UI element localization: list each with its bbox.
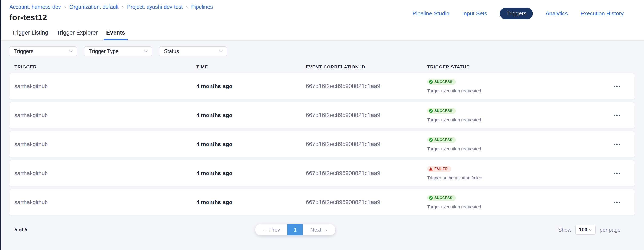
status-filter-label: Status (164, 48, 179, 54)
status-badge-label: FAILED (434, 167, 448, 171)
check-circle-icon (429, 138, 433, 142)
nav-execution-history[interactable]: Execution History (580, 10, 624, 17)
nav-triggers[interactable]: Triggers (500, 8, 532, 19)
trigger-status-cell: SUCCESS Target execution requested (427, 108, 604, 122)
column-header-trigger-status: TRIGGER STATUS (427, 64, 604, 70)
row-actions-button[interactable] (604, 132, 630, 157)
event-row[interactable]: sarthakgithub 4 months ago 667d16f2ec895… (9, 160, 635, 186)
trigger-tabs: Trigger Listing Trigger Explorer Events (0, 25, 644, 41)
status-badge-label: SUCCESS (434, 80, 452, 84)
filter-bar: Triggers Trigger Type Status (9, 46, 635, 56)
column-header-correlation-id: EVENT CORRELATION ID (306, 64, 427, 70)
nav-input-sets[interactable]: Input Sets (462, 10, 487, 17)
trigger-type-filter-label: Trigger Type (89, 48, 118, 54)
status-badge-label: SUCCESS (434, 196, 452, 200)
status-detail: Trigger authentication failed (427, 175, 482, 180)
trigger-status-cell: FAILED Trigger authentication failed (427, 166, 604, 180)
warning-triangle-icon (429, 167, 433, 171)
breadcrumb-project-link[interactable]: Project: ayushi-dev-test (127, 4, 183, 10)
event-time: 4 months ago (196, 141, 306, 148)
table-header-row: TRIGGER TIME EVENT CORRELATION ID TRIGGE… (9, 64, 635, 70)
page-size-value: 100 (579, 227, 587, 233)
pagination-summary: 5 of 5 (14, 227, 27, 233)
event-row[interactable]: sarthakgithub 4 months ago 667d16f2ec895… (9, 132, 635, 157)
status-badge: SUCCESS (427, 79, 456, 85)
prev-page-button[interactable]: ← Prev (255, 224, 287, 235)
show-label: Show (558, 227, 572, 233)
tab-events[interactable]: Events (104, 25, 128, 40)
row-actions-button[interactable] (604, 73, 630, 99)
status-filter-select[interactable]: Status (159, 46, 227, 56)
status-detail: Target execution requested (427, 146, 481, 152)
trigger-status-cell: SUCCESS Target execution requested (427, 195, 604, 209)
chevron-down-icon (589, 227, 593, 231)
chevron-right-icon: › (64, 4, 66, 10)
row-actions-button[interactable] (604, 189, 630, 215)
trigger-name: sarthakgithub (14, 83, 196, 90)
row-actions-button[interactable] (604, 102, 630, 128)
trigger-status-cell: SUCCESS Target execution requested (427, 79, 604, 93)
column-header-time: TIME (196, 64, 306, 70)
event-time: 4 months ago (196, 83, 306, 90)
row-actions-button[interactable] (604, 160, 630, 186)
column-header-trigger: TRIGGER (14, 64, 196, 70)
status-badge-label: SUCCESS (434, 138, 452, 142)
pagination-controls: ← Prev 1 Next → (255, 224, 336, 235)
status-badge: FAILED (427, 166, 451, 172)
status-badge: SUCCESS (427, 108, 456, 114)
event-correlation-id: 667d16f2ec895908821c1aa9 (306, 112, 427, 118)
event-time: 4 months ago (196, 112, 306, 118)
trigger-name: sarthakgithub (14, 170, 196, 177)
event-row[interactable]: sarthakgithub 4 months ago 667d16f2ec895… (9, 102, 635, 128)
side-nav-edge (0, 0, 1, 250)
pipeline-top-nav: Pipeline Studio Input Sets Triggers Anal… (412, 8, 624, 19)
chevron-right-icon: › (122, 4, 124, 10)
check-circle-icon (429, 196, 433, 200)
trigger-name: sarthakgithub (14, 199, 196, 206)
pagination-bar: 5 of 5 ← Prev 1 Next → Show 100 per page (9, 224, 635, 235)
event-correlation-id: 667d16f2ec895908821c1aa9 (306, 170, 427, 177)
page-size-group: Show 100 per page (558, 225, 635, 235)
event-row[interactable]: sarthakgithub 4 months ago 667d16f2ec895… (9, 189, 635, 215)
status-detail: Target execution requested (427, 204, 481, 209)
breadcrumb-pipelines-link[interactable]: Pipelines (191, 4, 213, 10)
status-badge-label: SUCCESS (434, 109, 452, 113)
trigger-status-cell: SUCCESS Target execution requested (427, 137, 604, 152)
breadcrumb-organization-link[interactable]: Organization: default (70, 4, 118, 10)
page-header: Account: harness-dev › Organization: def… (0, 0, 644, 25)
tab-trigger-listing[interactable]: Trigger Listing (9, 25, 51, 40)
event-row[interactable]: sarthakgithub 4 months ago 667d16f2ec895… (9, 73, 635, 99)
chevron-right-icon: › (186, 4, 188, 10)
trigger-name: sarthakgithub (14, 141, 196, 148)
trigger-name: sarthakgithub (14, 112, 196, 118)
triggers-filter-label: Triggers (14, 48, 34, 54)
nav-analytics[interactable]: Analytics (546, 10, 568, 17)
chevron-down-icon (69, 49, 72, 52)
chevron-down-icon (219, 49, 222, 52)
status-badge: SUCCESS (427, 137, 456, 143)
check-circle-icon (429, 109, 433, 113)
page-number-button[interactable]: 1 (287, 224, 303, 235)
event-time: 4 months ago (196, 170, 306, 177)
per-page-label: per page (600, 227, 620, 233)
nav-pipeline-studio[interactable]: Pipeline Studio (412, 10, 449, 17)
events-content: Triggers Trigger Type Status TRIGGER TIM… (0, 41, 644, 250)
check-circle-icon (429, 80, 433, 84)
trigger-type-filter-select[interactable]: Trigger Type (84, 46, 152, 56)
event-correlation-id: 667d16f2ec895908821c1aa9 (306, 141, 427, 148)
event-correlation-id: 667d16f2ec895908821c1aa9 (306, 199, 427, 206)
status-detail: Target execution requested (427, 117, 481, 122)
event-correlation-id: 667d16f2ec895908821c1aa9 (306, 83, 427, 90)
page-size-select[interactable]: 100 (575, 225, 596, 235)
breadcrumb-account-link[interactable]: Account: harness-dev (9, 4, 61, 10)
status-detail: Target execution requested (427, 88, 481, 93)
triggers-filter-select[interactable]: Triggers (9, 46, 77, 56)
next-page-button[interactable]: Next → (303, 224, 335, 235)
status-badge: SUCCESS (427, 195, 456, 201)
event-time: 4 months ago (196, 199, 306, 206)
chevron-down-icon (144, 49, 148, 52)
tab-trigger-explorer[interactable]: Trigger Explorer (54, 25, 100, 40)
